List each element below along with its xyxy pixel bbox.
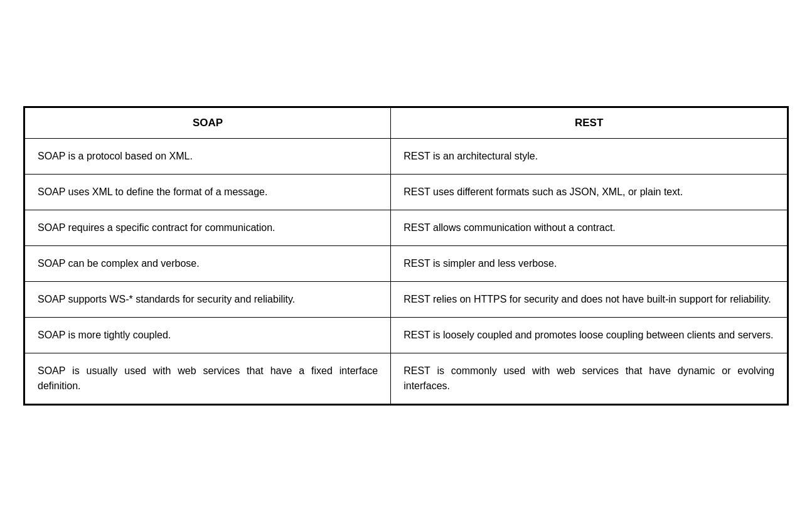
soap-cell-6: SOAP is usually used with web services t…	[25, 353, 391, 404]
table-row: SOAP requires a specific contract for co…	[25, 210, 788, 245]
soap-cell-4: SOAP supports WS-* standards for securit…	[25, 281, 391, 317]
rest-cell-2: REST allows communication without a cont…	[391, 210, 788, 245]
soap-cell-3: SOAP can be complex and verbose.	[25, 245, 391, 281]
soap-rest-comparison-table: SOAP REST SOAP is a protocol based on XM…	[24, 107, 788, 404]
soap-cell-5: SOAP is more tightly coupled.	[25, 317, 391, 353]
soap-cell-1: SOAP uses XML to define the format of a …	[25, 174, 391, 210]
rest-header: REST	[391, 107, 788, 138]
rest-cell-0: REST is an architectural style.	[391, 138, 788, 174]
table-row: SOAP is a protocol based on XML.REST is …	[25, 138, 788, 174]
rest-cell-3: REST is simpler and less verbose.	[391, 245, 788, 281]
table-row: SOAP uses XML to define the format of a …	[25, 174, 788, 210]
comparison-table-container: SOAP REST SOAP is a protocol based on XM…	[23, 106, 789, 406]
rest-cell-5: REST is loosely coupled and promotes loo…	[391, 317, 788, 353]
soap-header: SOAP	[25, 107, 391, 138]
rest-cell-6: REST is commonly used with web services …	[391, 353, 788, 404]
rest-cell-4: REST relies on HTTPS for security and do…	[391, 281, 788, 317]
rest-cell-1: REST uses different formats such as JSON…	[391, 174, 788, 210]
table-row: SOAP is usually used with web services t…	[25, 353, 788, 404]
table-row: SOAP is more tightly coupled.REST is loo…	[25, 317, 788, 353]
soap-cell-0: SOAP is a protocol based on XML.	[25, 138, 391, 174]
table-header-row: SOAP REST	[25, 107, 788, 138]
soap-cell-2: SOAP requires a specific contract for co…	[25, 210, 391, 245]
table-row: SOAP can be complex and verbose.REST is …	[25, 245, 788, 281]
table-row: SOAP supports WS-* standards for securit…	[25, 281, 788, 317]
